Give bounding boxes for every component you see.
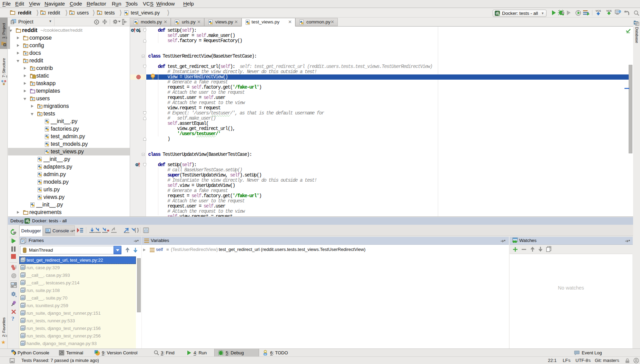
svg-text:VCS: VCS (595, 9, 601, 12)
